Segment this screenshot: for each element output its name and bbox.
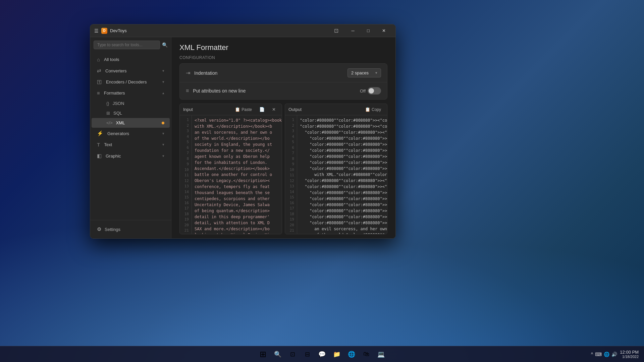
text-icon: T — [97, 142, 100, 147]
formatters-chevron-icon: ▴ — [162, 91, 164, 95]
put-attrs-row: ≡ Put attributes on new line Off — [180, 82, 387, 99]
task-view-button[interactable]: ⊡ — [286, 348, 299, 361]
app-icon: D — [101, 28, 107, 34]
put-attrs-toggle[interactable] — [368, 87, 381, 95]
home-icon: ⌂ — [97, 57, 100, 62]
input-line-numbers: 1 2 3 4 5 6 7 8 9 10 11 — [180, 115, 192, 234]
indentation-icon: ⇥ — [186, 70, 190, 76]
output-line-numbers: 1 2 3 4 5 6 7 8 9 10 11 — [285, 115, 297, 234]
sidebar-item-all-tools[interactable]: ⌂ All tools — [92, 54, 170, 65]
put-attrs-control: Off — [360, 87, 381, 95]
app-title-label: DevToys — [110, 28, 127, 33]
xml-badge — [162, 122, 164, 124]
main-content: XML Formatter Configuration ⇥ Indentatio… — [171, 37, 395, 238]
devtools-button[interactable]: 💻 — [374, 348, 388, 361]
sidebar-item-json[interactable]: {} JSON — [92, 99, 170, 108]
paste-button[interactable]: 📋 Paste — [232, 106, 255, 113]
sidebar: 🔍 ⌂ All tools ⇄ Converters ▾ ⚿ Encoders — [90, 37, 171, 238]
taskbar-right: ^ ⌨ 🌐 🔊 12:00 PM 1/18/2022 — [591, 350, 639, 359]
chat-button[interactable]: 💬 — [315, 348, 329, 361]
edge-button[interactable]: 🌐 — [345, 348, 358, 361]
tray-arrow-icon[interactable]: ^ — [591, 352, 593, 357]
maximize-icon: □ — [367, 28, 370, 33]
clock-time: 12:00 PM — [620, 350, 639, 355]
search-bar: 🔍 — [90, 37, 171, 53]
title-bar-left: ☰ D DevToys — [94, 28, 330, 34]
search-input[interactable] — [94, 41, 160, 49]
copy-button[interactable]: 📋 Copy — [362, 106, 384, 113]
text-chevron-icon: ▾ — [162, 142, 164, 147]
output-code-area[interactable]: 1 2 3 4 5 6 7 8 9 10 11 — [285, 115, 387, 234]
page-title: XML Formatter — [179, 43, 228, 52]
clear-icon: ✕ — [272, 107, 276, 112]
sidebar-item-graphic[interactable]: ◧ Graphic ▾ — [92, 150, 170, 162]
sidebar-item-text[interactable]: T Text ▾ — [92, 139, 170, 150]
file-explorer-button[interactable]: 📁 — [330, 348, 343, 361]
hamburger-icon[interactable]: ☰ — [94, 28, 99, 34]
title-bar: ☰ D DevToys ⊡ ─ □ ✕ — [90, 24, 395, 37]
output-code-content: "color:#808080""color:#808080">><"color:… — [297, 115, 387, 234]
sidebar-item-generators[interactable]: ⚡ Generators ▾ — [92, 128, 170, 139]
converters-chevron-icon: ▾ — [162, 69, 164, 73]
compact-mode-button[interactable]: ⊡ — [330, 25, 342, 36]
clock-date: 1/18/2022 — [620, 355, 639, 359]
output-panel: Output 📋 Copy 1 2 3 4 — [285, 104, 387, 234]
toggle-off-label: Off — [360, 88, 366, 94]
generators-icon: ⚡ — [97, 130, 103, 136]
volume-icon[interactable]: 🔊 — [611, 352, 617, 357]
config-label: Configuration — [179, 55, 387, 60]
system-clock[interactable]: 12:00 PM 1/18/2022 — [620, 350, 639, 359]
settings-item[interactable]: ⚙ Settings — [94, 224, 168, 235]
settings-icon: ⚙ — [97, 226, 101, 232]
json-icon: {} — [106, 101, 109, 106]
input-panel: Input 📋 Paste 📄 ✕ — [179, 104, 282, 234]
sidebar-footer: ⚙ Settings — [90, 220, 171, 238]
window-controls: ─ □ ✕ — [345, 24, 391, 37]
xml-icon: </> — [106, 120, 113, 125]
open-file-icon: 📄 — [259, 107, 265, 112]
config-section: Configuration ⇥ Indentation 2 spaces ▾ — [171, 55, 395, 100]
sidebar-item-formatters[interactable]: ≡ Formatters ▴ — [92, 87, 170, 99]
network-icon[interactable]: 🌐 — [604, 352, 609, 357]
widgets-button[interactable]: ⊟ — [301, 348, 314, 361]
indentation-dropdown[interactable]: 2 spaces ▾ — [347, 68, 381, 77]
indentation-row: ⇥ Indentation 2 spaces ▾ — [180, 64, 387, 82]
sidebar-item-xml[interactable]: </> XML — [92, 118, 170, 128]
window-body: 🔍 ⌂ All tools ⇄ Converters ▾ ⚿ Encoders — [90, 37, 395, 238]
close-button[interactable]: ✕ — [376, 24, 391, 37]
put-attrs-icon: ≡ — [186, 88, 189, 94]
input-code-lines: 1 2 3 4 5 6 7 8 9 10 11 — [180, 115, 282, 234]
sidebar-nav: ⌂ All tools ⇄ Converters ▾ ⚿ Encoders / … — [90, 53, 171, 220]
input-panel-title: Input — [183, 107, 230, 112]
clear-input-button[interactable]: ✕ — [269, 106, 278, 113]
maximize-button[interactable]: □ — [361, 24, 376, 37]
keyboard-icon[interactable]: ⌨ — [595, 352, 602, 357]
input-code-area[interactable]: 1 2 3 4 5 6 7 8 9 10 11 — [180, 115, 282, 234]
search-taskbar-button[interactable]: 🔍 — [271, 348, 284, 361]
open-file-button[interactable]: 📄 — [257, 106, 267, 113]
indentation-label: Indentation — [194, 70, 343, 76]
close-icon: ✕ — [382, 28, 386, 33]
start-button[interactable]: ⊞ — [256, 348, 270, 361]
store-button[interactable]: 🛍 — [360, 348, 373, 361]
input-code-content: <?xml version="1.0" ?><catalog><bookwith… — [192, 115, 282, 234]
output-code-lines: 1 2 3 4 5 6 7 8 9 10 11 — [285, 115, 387, 234]
sql-icon: ⊞ — [106, 111, 110, 116]
search-icon[interactable]: 🔍 — [162, 42, 168, 48]
output-toolbar: Output 📋 Copy — [285, 104, 387, 115]
tray-icons: ^ ⌨ 🌐 🔊 — [591, 352, 618, 357]
main-window: ☰ D DevToys ⊡ ─ □ ✕ 🔍 — [90, 24, 396, 239]
paste-icon: 📋 — [235, 107, 240, 112]
config-card: ⇥ Indentation 2 spaces ▾ ≡ Put attribute… — [179, 63, 387, 100]
put-attrs-label: Put attributes on new line — [193, 88, 356, 94]
formatters-icon: ≡ — [97, 90, 100, 96]
output-panel-title: Output — [288, 107, 360, 112]
minimize-button[interactable]: ─ — [345, 24, 361, 37]
sidebar-item-encoders[interactable]: ⚿ Encoders / Decoders ▾ — [92, 76, 170, 87]
taskbar-center: ⊞ 🔍 ⊡ ⊟ 💬 📁 🌐 🛍 💻 — [256, 348, 388, 361]
sidebar-item-converters[interactable]: ⇄ Converters ▾ — [92, 65, 170, 76]
graphic-chevron-icon: ▾ — [162, 154, 164, 158]
input-toolbar: Input 📋 Paste 📄 ✕ — [180, 104, 282, 115]
sidebar-item-sql[interactable]: ⊞ SQL — [92, 108, 170, 118]
encoders-icon: ⚿ — [97, 79, 102, 85]
